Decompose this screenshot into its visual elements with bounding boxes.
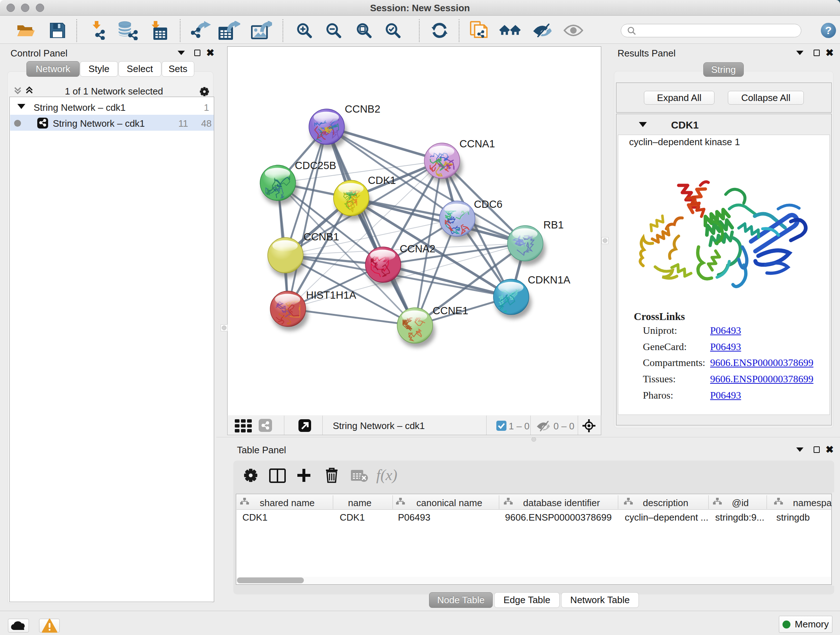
svg-text:HIST1H1A: HIST1H1A [306,289,356,301]
svg-text:?: ? [825,24,832,36]
svg-text:CCNE1: CCNE1 [433,305,468,317]
svg-text:CDKN1A: CDKN1A [528,274,570,286]
svg-text:CCNA1: CCNA1 [459,138,495,149]
svg-text:CDC6: CDC6 [474,198,502,210]
svg-text:CDK1: CDK1 [368,174,396,186]
svg-text:CCNA2: CCNA2 [400,243,435,255]
svg-text:CCNB2: CCNB2 [345,103,380,115]
svg-text:CCNB1: CCNB1 [303,231,339,242]
svg-text:CDC25B: CDC25B [295,160,336,171]
svg-text:RB1: RB1 [543,219,564,231]
